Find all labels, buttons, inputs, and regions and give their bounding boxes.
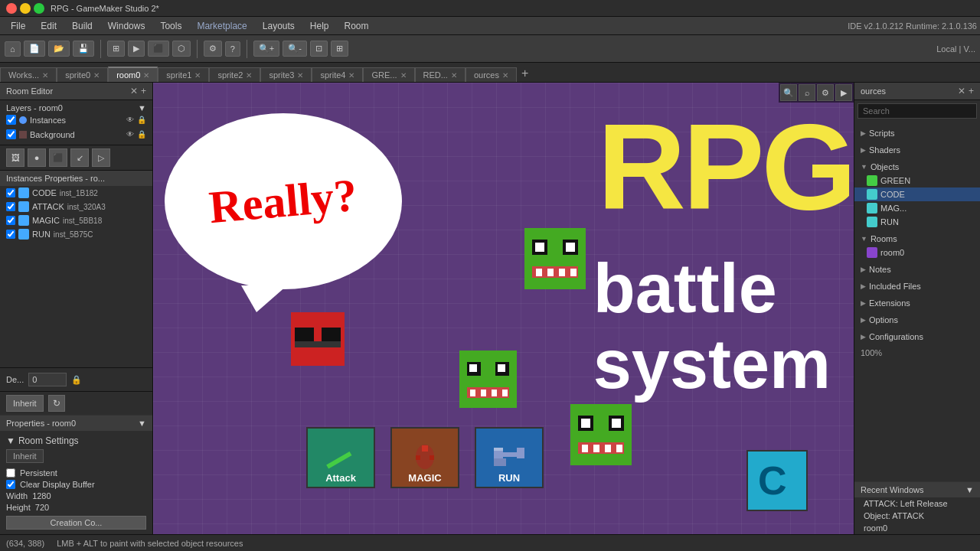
canvas-arrow-right[interactable]: ▶ xyxy=(835,84,852,101)
tab-close-sprite1[interactable]: ✕ xyxy=(194,71,201,80)
creation-code-button[interactable]: Creation Co... xyxy=(6,516,146,530)
clear-display-checkbox[interactable] xyxy=(6,480,15,489)
depth-input[interactable] xyxy=(28,373,67,386)
menu-windows[interactable]: Windows xyxy=(100,19,153,33)
inst-attack-checkbox[interactable] xyxy=(6,202,15,211)
toolbar-save[interactable]: 💾 xyxy=(73,41,94,57)
inst-run-checkbox[interactable] xyxy=(6,230,15,239)
persistent-checkbox[interactable] xyxy=(6,468,15,478)
toolbar-zoom-fit[interactable]: ⊡ xyxy=(310,41,328,57)
notes-header[interactable]: ▶ Notes xyxy=(854,262,980,276)
instance-row-magic[interactable]: MAGIC inst_5BB18 xyxy=(0,214,152,227)
layer-tool-fill[interactable]: ⬛ xyxy=(49,148,67,167)
panel-close-button[interactable]: ✕ xyxy=(130,86,138,96)
layer-background-checkbox[interactable] xyxy=(6,129,16,139)
menu-edit[interactable]: Edit xyxy=(33,19,64,33)
menu-help[interactable]: Help xyxy=(302,19,337,33)
layer-tool-arrow[interactable]: ▷ xyxy=(92,148,110,167)
rw-item-attack[interactable]: ATTACK: Left Release xyxy=(854,497,980,510)
toolbar-zoom-in[interactable]: 🔍+ xyxy=(253,41,279,57)
layer-tool-select[interactable]: ↙ xyxy=(70,148,89,167)
eye-icon[interactable]: 👁 xyxy=(126,116,134,124)
close-button[interactable] xyxy=(6,3,17,14)
toolbar-help[interactable]: ? xyxy=(225,41,240,57)
objects-header[interactable]: ▼ Objects xyxy=(854,160,980,174)
maximize-button[interactable] xyxy=(34,3,44,14)
tab-room0[interactable]: room0 ✕ xyxy=(108,67,158,82)
layer-background[interactable]: Background 👁 🔒 xyxy=(6,127,146,142)
layer-instances-checkbox[interactable] xyxy=(6,115,16,125)
add-tab-button[interactable]: + xyxy=(517,65,533,82)
lock-icon[interactable]: 🔒 xyxy=(137,116,146,124)
magic-button[interactable]: MAGIC xyxy=(390,427,459,488)
tab-close-red[interactable]: ✕ xyxy=(451,71,457,80)
options-header[interactable]: ▶ Options xyxy=(854,313,980,327)
menu-tools[interactable]: Tools xyxy=(152,19,189,33)
toolbar-debug[interactable]: ⬡ xyxy=(172,41,191,57)
tab-close-workspaces[interactable]: ✕ xyxy=(42,71,48,80)
menu-room[interactable]: Room xyxy=(337,19,377,33)
run-button[interactable]: RUN xyxy=(475,427,544,488)
attack-button[interactable]: Attack xyxy=(306,427,375,488)
search-input[interactable] xyxy=(858,103,977,119)
inherit-btn2[interactable]: Inherit xyxy=(6,449,44,463)
extensions-header[interactable]: ▶ Extensions xyxy=(854,296,980,310)
scripts-header[interactable]: ▶ Scripts xyxy=(854,126,980,140)
tab-red[interactable]: RED... ✕ xyxy=(415,67,466,82)
canvas-gear[interactable]: ⚙ xyxy=(817,84,834,101)
inherit-icon-button[interactable]: ↻ xyxy=(48,395,65,412)
tab-sprite1[interactable]: sprite1 ✕ xyxy=(158,67,209,82)
toolbar-zoom-out[interactable]: 🔍- xyxy=(283,41,307,57)
lock-icon-bg[interactable]: 🔒 xyxy=(137,130,146,139)
toolbar-objects[interactable]: ⊞ xyxy=(107,41,125,57)
toolbar-open[interactable]: 📂 xyxy=(48,41,70,57)
tab-close-sprite0[interactable]: ✕ xyxy=(93,71,100,80)
instance-row-code[interactable]: CODE inst_1B182 xyxy=(0,186,152,200)
recent-windows-chevron[interactable]: ▼ xyxy=(965,485,974,494)
inherit-button[interactable]: Inherit xyxy=(6,395,44,412)
panel-add-button[interactable]: + xyxy=(141,86,146,96)
tab-close-ources[interactable]: ✕ xyxy=(502,71,508,80)
canvas-zoom-in[interactable]: 🔍 xyxy=(780,84,797,101)
layer-tool-circle[interactable]: ● xyxy=(28,148,46,167)
instance-row-run[interactable]: RUN inst_5B75C xyxy=(0,227,152,241)
right-panel-add[interactable]: + xyxy=(969,86,974,96)
tab-close-room0[interactable]: ✕ xyxy=(143,71,149,80)
tab-ources[interactable]: ources ✕ xyxy=(466,67,517,82)
tab-close-sprite2[interactable]: ✕ xyxy=(246,71,252,80)
item-green[interactable]: GREEN xyxy=(854,174,980,187)
menu-file[interactable]: File xyxy=(3,19,33,33)
menu-marketplace[interactable]: Marketplace xyxy=(189,19,254,33)
menu-build[interactable]: Build xyxy=(64,19,100,33)
configurations-header[interactable]: ▶ Configurations xyxy=(854,330,980,344)
tab-gre[interactable]: GRE... ✕ xyxy=(363,67,414,82)
toolbar-grid[interactable]: ⊞ xyxy=(331,41,348,57)
item-room0[interactable]: room0 xyxy=(854,246,980,259)
rooms-header[interactable]: ▼ Rooms xyxy=(854,232,980,246)
inst-code-checkbox[interactable] xyxy=(6,188,15,197)
layer-instances[interactable]: Instances 👁 🔒 xyxy=(6,112,146,127)
layer-tool-image[interactable]: 🖼 xyxy=(6,148,24,167)
toolbar-home[interactable]: ⌂ xyxy=(5,41,21,57)
menu-layouts[interactable]: Layouts xyxy=(255,19,302,33)
toolbar-new[interactable]: 📄 xyxy=(24,41,45,57)
instance-row-attack[interactable]: ATTACK inst_320A3 xyxy=(0,200,152,214)
tab-sprite3[interactable]: sprite3 ✕ xyxy=(260,67,312,82)
layers-chevron[interactable]: ▼ xyxy=(138,103,146,112)
item-run[interactable]: RUN xyxy=(854,215,980,229)
canvas-search[interactable]: ⌕ xyxy=(799,84,815,101)
rw-item-object-attack[interactable]: Object: ATTACK xyxy=(854,510,980,522)
tab-close-gre[interactable]: ✕ xyxy=(400,71,407,80)
toolbar-settings[interactable]: ⚙ xyxy=(204,41,222,57)
tab-sprite4[interactable]: sprite4 ✕ xyxy=(312,67,363,82)
inst-magic-checkbox[interactable] xyxy=(6,216,15,225)
item-code[interactable]: CODE xyxy=(854,187,980,201)
toolbar-stop[interactable]: ⬛ xyxy=(148,41,169,57)
shaders-header[interactable]: ▶ Shaders xyxy=(854,143,980,157)
eye-icon-bg[interactable]: 👁 xyxy=(126,130,134,139)
right-panel-close[interactable]: ✕ xyxy=(958,86,965,96)
included-files-header[interactable]: ▶ Included Files xyxy=(854,279,980,293)
tab-sprite2[interactable]: sprite2 ✕ xyxy=(209,67,260,82)
canvas-area[interactable]: Really? RPG battle system xyxy=(153,83,854,534)
c-button[interactable]: C xyxy=(746,450,808,511)
